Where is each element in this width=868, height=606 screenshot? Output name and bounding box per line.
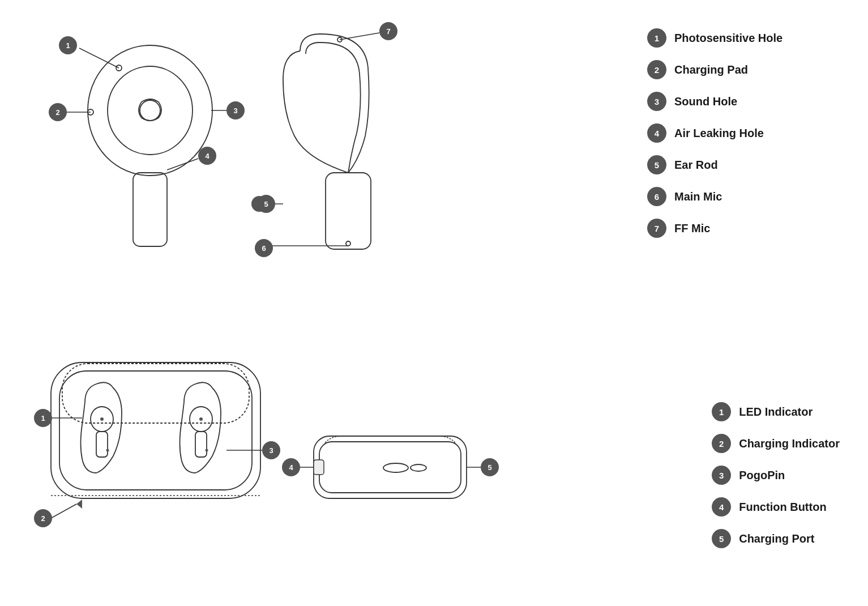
- legend-label-bottom-1: LED Indicator: [739, 406, 813, 419]
- legend-badge-6: 6: [647, 187, 666, 206]
- svg-rect-55: [314, 460, 324, 475]
- svg-point-0: [88, 45, 212, 176]
- case-open-diagram: 1 2 3: [34, 351, 277, 521]
- svg-text:5: 5: [488, 463, 492, 472]
- legend-label-2: Charging Pad: [674, 63, 748, 76]
- svg-point-41: [206, 449, 208, 452]
- svg-line-28: [340, 33, 379, 40]
- svg-rect-52: [314, 436, 467, 498]
- svg-rect-35: [96, 432, 108, 457]
- page-container: 1 2 3 4: [0, 0, 868, 606]
- bottom-legend: 1 LED Indicator 2 Charging Indicator 3 P…: [712, 402, 840, 561]
- bottom-section: 1 2 3: [0, 334, 868, 595]
- legend-item-bottom-4: 4 Function Button: [712, 497, 840, 517]
- svg-point-1: [108, 66, 193, 155]
- earbud-front-diagram: 1 2 3 4: [45, 23, 238, 278]
- svg-point-56: [383, 463, 408, 472]
- legend-label-bottom-5: Charging Port: [739, 532, 814, 545]
- svg-point-20: [346, 241, 350, 246]
- svg-text:3: 3: [269, 446, 273, 455]
- legend-badge-bottom-5: 5: [712, 529, 731, 548]
- svg-text:2: 2: [55, 108, 59, 117]
- svg-text:6: 6: [262, 244, 266, 253]
- legend-badge-bottom-2: 2: [712, 434, 731, 453]
- svg-point-57: [411, 464, 426, 471]
- legend-label-bottom-3: PogoPin: [739, 469, 785, 482]
- legend-label-bottom-2: Charging Indicator: [739, 437, 840, 450]
- legend-item-bottom-3: 3 PogoPin: [712, 466, 840, 485]
- legend-item-top-1: 1 Photosensitive Hole: [647, 28, 840, 48]
- earbud-side-diagram: 5 6 7: [255, 23, 402, 278]
- svg-text:1: 1: [66, 41, 70, 50]
- svg-point-2: [140, 100, 160, 121]
- legend-badge-2: 2: [647, 60, 666, 79]
- top-section: 1 2 3 4: [0, 11, 868, 283]
- legend-badge-bottom-1: 1: [712, 402, 731, 421]
- top-legend: 1 Photosensitive Hole 2 Charging Pad 3 S…: [647, 28, 840, 250]
- svg-text:3: 3: [233, 106, 237, 115]
- svg-text:2: 2: [41, 514, 45, 523]
- svg-text:4: 4: [289, 463, 294, 472]
- svg-line-15: [167, 159, 198, 170]
- legend-item-top-7: 7 FF Mic: [647, 219, 840, 238]
- legend-item-bottom-2: 2 Charging Indicator: [712, 434, 840, 453]
- legend-label-6: Main Mic: [674, 190, 722, 203]
- svg-point-36: [100, 417, 104, 421]
- legend-badge-3: 3: [647, 92, 666, 111]
- legend-item-bottom-1: 1 LED Indicator: [712, 402, 840, 421]
- legend-item-top-5: 5 Ear Rod: [647, 155, 840, 174]
- legend-item-top-4: 4 Air Leaking Hole: [647, 123, 840, 143]
- legend-label-7: FF Mic: [674, 222, 710, 235]
- legend-badge-bottom-4: 4: [712, 497, 731, 517]
- svg-point-37: [106, 449, 109, 452]
- legend-badge-5: 5: [647, 155, 666, 174]
- svg-rect-18: [326, 173, 371, 249]
- legend-label-5: Ear Rod: [674, 159, 718, 172]
- legend-item-top-6: 6 Main Mic: [647, 187, 840, 206]
- legend-item-bottom-5: 5 Charging Port: [712, 529, 840, 548]
- legend-badge-1: 1: [647, 28, 666, 48]
- svg-text:5: 5: [264, 200, 268, 208]
- svg-text:1: 1: [41, 414, 45, 423]
- svg-line-46: [51, 504, 76, 518]
- svg-rect-53: [319, 442, 461, 493]
- legend-item-top-3: 3 Sound Hole: [647, 92, 840, 111]
- svg-rect-3: [133, 173, 167, 246]
- svg-point-40: [199, 417, 203, 421]
- legend-badge-4: 4: [647, 123, 666, 143]
- svg-text:7: 7: [386, 27, 390, 36]
- svg-rect-31: [51, 362, 260, 498]
- legend-label-3: Sound Hole: [674, 95, 737, 108]
- legend-label-1: Photosensitive Hole: [674, 32, 783, 45]
- legend-badge-bottom-3: 3: [712, 466, 731, 485]
- legend-item-top-2: 2 Charging Pad: [647, 60, 840, 79]
- svg-rect-39: [195, 432, 207, 457]
- legend-label-4: Air Leaking Hole: [674, 127, 764, 140]
- legend-label-bottom-4: Function Button: [739, 501, 826, 514]
- svg-text:4: 4: [205, 152, 209, 160]
- case-side-diagram: 4 5: [297, 419, 484, 521]
- legend-badge-7: 7: [647, 219, 666, 238]
